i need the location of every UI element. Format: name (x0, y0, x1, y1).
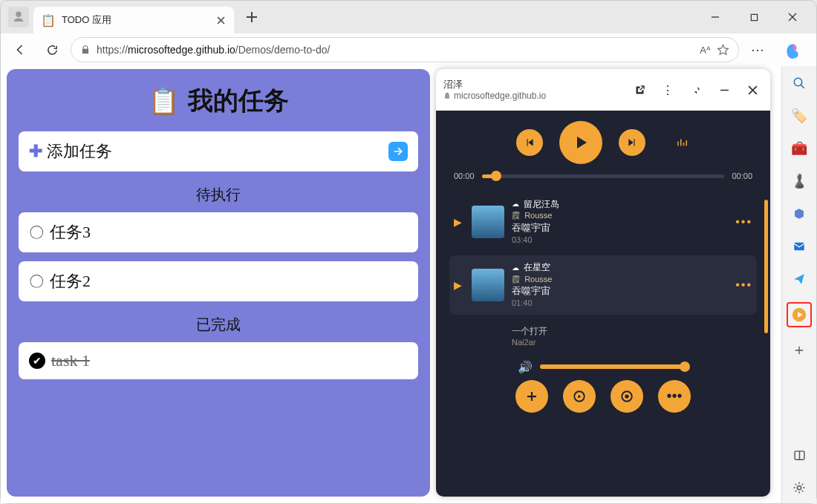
tools-sidebar-button[interactable]: 🧰 (790, 139, 809, 158)
panel-host: microsoftedge.github.io (443, 91, 546, 101)
music-more-button[interactable]: ••• (658, 380, 691, 413)
prev-track-button[interactable] (516, 129, 543, 156)
volume-slider[interactable] (540, 364, 689, 369)
copilot-button[interactable] (776, 33, 809, 66)
track-more-button[interactable]: ••• (735, 215, 752, 229)
volume-thumb[interactable] (680, 361, 690, 372)
games-sidebar-button[interactable]: ♟️ (790, 171, 809, 191)
track-more-button[interactable]: ••• (735, 278, 752, 292)
track-duration: 01:40 (512, 298, 552, 309)
compass-icon (573, 390, 586, 403)
office-sidebar-button[interactable] (790, 204, 809, 223)
progress-slider[interactable]: 00:00 00:00 (454, 171, 752, 180)
page-viewport: 📋 我的任务 ✚ 添加任务 待执行 〇 任务3 (1, 66, 781, 503)
play-button[interactable] (559, 121, 602, 164)
record-button[interactable] (611, 380, 643, 413)
refresh-button[interactable] (39, 37, 65, 62)
back-button[interactable] (8, 37, 33, 62)
send-sidebar-button[interactable] (790, 269, 809, 289)
add-button[interactable] (515, 380, 548, 413)
pin-icon (691, 85, 701, 95)
refresh-icon (46, 44, 59, 56)
split-screen-icon (793, 449, 806, 462)
close-window-button[interactable] (776, 5, 809, 29)
volume-row: 🔊 (449, 360, 757, 374)
explore-button[interactable] (563, 380, 596, 413)
shopping-sidebar-button[interactable]: 🏷️ (790, 106, 809, 125)
clipboard-icon: 📋 (41, 13, 56, 27)
minimize-button[interactable] (699, 5, 732, 29)
add-task-card[interactable]: ✚ 添加任务 (19, 131, 418, 171)
person-icon (12, 10, 25, 24)
play-icon (572, 134, 590, 151)
track-row[interactable]: ▶ ☁留尼汪岛 霞 Rousse 吞噬宇宙 03:40 ••• (449, 192, 757, 251)
slider-thumb[interactable] (491, 171, 501, 181)
submit-task-button[interactable] (388, 142, 408, 161)
browser-tab[interactable]: 📋 TODO 应用 (33, 7, 234, 33)
equalizer-button[interactable] (675, 136, 690, 149)
album-cover (472, 269, 504, 301)
maximize-button[interactable] (738, 5, 770, 29)
split-screen-button[interactable] (790, 445, 809, 465)
track-row[interactable]: ▶ ☁在星空 霞 Rousse 吞噬宇宙 01:40 ••• (449, 255, 757, 314)
close-tab-button[interactable] (215, 14, 227, 26)
outlook-icon (792, 240, 806, 253)
outlook-sidebar-button[interactable] (790, 237, 809, 256)
plus-icon (247, 12, 257, 22)
plus-icon (525, 390, 538, 403)
play-circle-icon (791, 307, 807, 323)
maximize-icon (750, 13, 758, 22)
todo-header: 📋 我的任务 (19, 84, 418, 118)
url-field[interactable]: https://microsoftedge.github.io/Demos/de… (71, 37, 739, 62)
music-extension-button[interactable] (787, 302, 812, 327)
track-row[interactable]: 一个打开 Nai2ar (449, 319, 757, 354)
task-text: 任务2 (50, 270, 91, 292)
open-external-button[interactable] (629, 79, 650, 100)
volume-icon[interactable]: 🔊 (518, 360, 533, 374)
svg-rect-5 (794, 243, 804, 251)
task-row[interactable]: 〇 任务2 (19, 261, 418, 301)
profile-avatar[interactable] (8, 7, 29, 27)
radio-icon[interactable]: 〇 (29, 272, 44, 292)
skip-prev-icon (524, 137, 535, 148)
track-list: ▶ ☁留尼汪岛 霞 Rousse 吞噬宇宙 03:40 ••• ▶ (449, 192, 757, 354)
pin-button[interactable] (686, 79, 706, 100)
favorite-button[interactable] (717, 44, 729, 56)
bottom-controls: ••• (449, 380, 757, 413)
panel-title: 沼泽 (443, 79, 546, 91)
track-title: 留尼汪岛 (524, 198, 559, 210)
read-aloud-button[interactable]: Aᴬ (700, 45, 711, 56)
new-tab-button[interactable] (240, 5, 264, 29)
task-row-done[interactable]: ✔ task 1 (19, 342, 418, 379)
clipboard-icon: 📋 (148, 86, 179, 116)
minimize-icon (720, 85, 729, 95)
task-row[interactable]: 〇 任务3 (19, 212, 418, 252)
close-icon (748, 85, 758, 95)
music-body: 00:00 00:00 ▶ ☁留尼汪岛 (436, 111, 770, 497)
panel-scrollbar[interactable] (764, 200, 768, 333)
settings-sidebar-button[interactable] (790, 478, 809, 497)
window-controls (699, 5, 813, 29)
panel-close-button[interactable] (742, 79, 763, 100)
track-album: 吞噬宇宙 (512, 284, 552, 298)
check-icon[interactable]: ✔ (29, 353, 45, 369)
search-icon (792, 76, 806, 90)
record-icon (620, 390, 634, 403)
close-icon (217, 16, 225, 24)
track-album: 吞噬宇宙 (512, 221, 559, 235)
add-task-label: 添加任务 (47, 140, 112, 163)
ms365-icon (792, 207, 806, 220)
svg-point-4 (794, 78, 802, 86)
more-menu-button[interactable]: ⋯ (745, 37, 770, 62)
track-title: 在星空 (524, 261, 550, 273)
panel-more-button[interactable]: ⋮ (657, 79, 678, 100)
panel-minimize-button[interactable] (714, 79, 735, 100)
slider-track[interactable] (482, 174, 725, 178)
music-side-panel: 沼泽 microsoftedge.github.io ⋮ (436, 69, 770, 497)
copilot-icon (783, 40, 802, 59)
add-sidebar-button[interactable] (790, 341, 809, 360)
search-sidebar-button[interactable] (790, 73, 809, 93)
next-track-button[interactable] (619, 129, 645, 156)
tab-title: TODO 应用 (62, 13, 209, 27)
radio-icon[interactable]: 〇 (29, 223, 44, 243)
